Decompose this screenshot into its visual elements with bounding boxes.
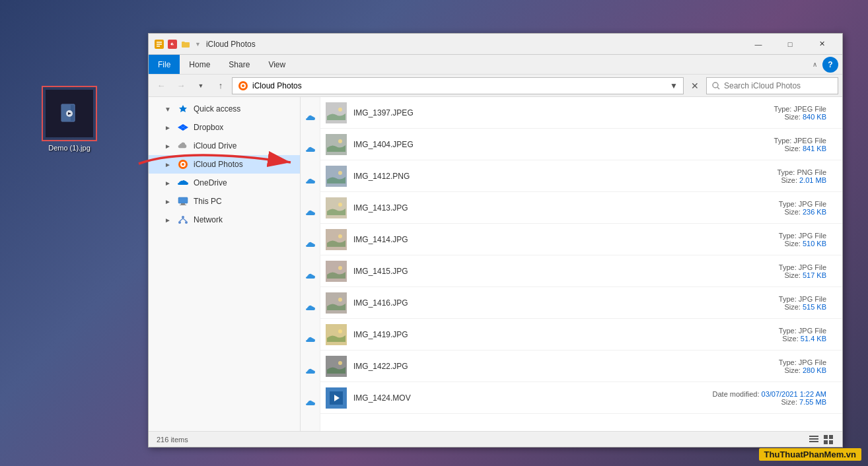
file-item[interactable]: IMG_1414.JPGType: JPG FileSize: 510 KB (320, 224, 842, 255)
minimize-button[interactable]: — (743, 34, 774, 55)
large-icons-view-icon[interactable] (822, 434, 834, 446)
file-type: Type: JPG File (705, 200, 826, 208)
file-item[interactable]: IMG_1397.JPEGType: JPEG FileSize: 840 KB (320, 97, 842, 129)
svg-line-11 (717, 87, 719, 89)
desktop-icon-label: Demo (1).jpg (48, 144, 90, 152)
file-name: IMG_1404.JPEG (353, 140, 698, 149)
sidebar-item-network[interactable]: ► Network (149, 211, 300, 229)
file-type: Type: JPEG File (705, 105, 826, 113)
file-size: Size: 51.4 KB (705, 335, 826, 343)
menu-share[interactable]: Share (219, 55, 259, 74)
file-meta: Type: JPEG FileSize: 841 KB (705, 137, 837, 152)
sync-icon-cell (301, 166, 320, 197)
sidebar-item-quick-access[interactable]: ▼ Quick access (149, 100, 300, 118)
sidebar-item-dropbox[interactable]: ► Dropbox (149, 118, 300, 137)
sidebar-item-onedrive[interactable]: ► OneDrive (149, 174, 300, 192)
file-meta: Type: JPG FileSize: 510 KB (705, 232, 837, 248)
cloud-sync-icon (306, 368, 315, 375)
svg-point-15 (182, 163, 184, 166)
file-item[interactable]: IMG_1413.JPGType: JPG FileSize: 236 KB (320, 192, 842, 224)
file-meta: Type: JPG FileSize: 517 KB (705, 263, 837, 279)
title-bar-icons: ▼ (154, 39, 202, 50)
menu-view[interactable]: View (259, 55, 295, 74)
desktop-icon-container: Demo (1).jpg (40, 86, 99, 152)
status-bar: 216 items (149, 431, 842, 447)
computer-icon (178, 196, 188, 207)
sync-icon-cell (301, 102, 320, 134)
window-title: iCloud Photos (206, 40, 743, 49)
file-name: IMG_1419.JPG (353, 330, 698, 339)
svg-point-41 (338, 361, 342, 365)
file-size: Size: 2.01 MB (705, 176, 826, 184)
help-button[interactable]: ? (822, 57, 838, 73)
file-thumbnail (326, 324, 347, 345)
menu-home[interactable]: Home (180, 55, 219, 74)
file-item[interactable]: IMG_1422.JPGType: JPG FileSize: 280 KB (320, 350, 842, 382)
file-size: Size: 840 KB (705, 113, 826, 121)
file-thumbnail (326, 166, 347, 187)
file-item[interactable]: IMG_1416.JPGType: JPG FileSize: 515 KB (320, 287, 842, 319)
svg-point-9 (242, 84, 244, 87)
sync-icon-cell (301, 134, 320, 166)
file-name: IMG_1422.JPG (353, 362, 698, 371)
address-path-text: iCloud Photos (252, 81, 302, 90)
expand-arrow: ► (164, 143, 172, 150)
address-clear-button[interactable]: ✕ (686, 77, 704, 94)
menu-file[interactable]: File (149, 55, 180, 74)
file-type: Type: JPG File (705, 263, 826, 271)
svg-rect-17 (181, 203, 185, 205)
cloud-sync-icon (306, 210, 315, 216)
sidebar-item-this-pc[interactable]: ► This PC (149, 192, 300, 211)
expand-arrow: ▼ (164, 106, 172, 113)
file-name: IMG_1397.JPEG (353, 108, 698, 117)
menu-chevron[interactable]: ∧ (807, 58, 822, 71)
file-size: Size: 515 KB (705, 303, 826, 311)
file-thumbnail (326, 134, 347, 155)
folder-icon[interactable] (180, 39, 191, 50)
cloud-sync-icon (306, 400, 315, 407)
file-item[interactable]: IMG_1415.JPGType: JPG FileSize: 517 KB (320, 255, 842, 287)
file-size: Size: 841 KB (705, 145, 826, 152)
sidebar-item-label: Dropbox (194, 123, 223, 132)
file-type: Type: JPG File (705, 232, 826, 240)
search-box[interactable] (706, 77, 838, 94)
recent-locations-button[interactable]: ▼ (192, 77, 209, 94)
title-controls: — □ ✕ (743, 34, 837, 55)
file-item[interactable]: IMG_1424.MOVDate modified: 03/07/2021 1:… (320, 382, 842, 414)
file-meta: Type: JPG FileSize: 515 KB (705, 295, 837, 311)
file-meta: Type: PNG FileSize: 2.01 MB (705, 168, 837, 184)
file-meta: Type: JPG FileSize: 51.4 KB (705, 327, 837, 343)
address-chevron[interactable]: ▼ (670, 81, 678, 90)
quick-access-icon[interactable] (154, 39, 164, 50)
forward-button[interactable]: → (172, 77, 190, 94)
up-button[interactable]: ↑ (212, 77, 229, 94)
status-view-icons (808, 434, 834, 446)
cloud-sync-icon (306, 273, 315, 280)
file-item[interactable]: IMG_1412.PNGType: PNG FileSize: 2.01 MB (320, 160, 842, 192)
undo-icon[interactable] (167, 39, 178, 50)
desktop-file-icon[interactable] (46, 90, 93, 137)
file-size: Size: 517 KB (705, 271, 826, 279)
maximize-button[interactable]: □ (775, 34, 805, 55)
sidebar-item-icloud-drive[interactable]: ► iCloud Drive (149, 137, 300, 155)
svg-rect-44 (809, 436, 818, 437)
file-thumbnail (326, 261, 347, 282)
file-item[interactable]: IMG_1404.JPEGType: JPEG FileSize: 841 KB (320, 129, 842, 160)
cloud-sync-icon (306, 115, 315, 121)
file-list: IMG_1397.JPEGType: JPEG FileSize: 840 KB… (320, 97, 842, 431)
close-button[interactable]: ✕ (807, 34, 837, 55)
file-thumbnail (326, 387, 347, 409)
back-button[interactable]: ← (153, 77, 170, 94)
sidebar-item-icloud-photos[interactable]: ► iCloud Photos (149, 155, 300, 174)
svg-point-33 (338, 234, 342, 238)
file-item[interactable]: IMG_1419.JPGType: JPG FileSize: 51.4 KB (320, 319, 842, 350)
main-content: ▼ Quick access ► Dropbox ► (149, 97, 842, 431)
search-input[interactable] (724, 81, 832, 90)
sync-column (301, 97, 320, 431)
address-path[interactable]: iCloud Photos ▼ (232, 77, 684, 94)
file-area: IMG_1397.JPEGType: JPEG FileSize: 840 KB… (301, 97, 842, 431)
details-view-icon[interactable] (808, 434, 820, 446)
cloud-sync-icon (306, 178, 315, 185)
desktop-icon-selection (42, 86, 97, 141)
file-thumbnail (326, 229, 347, 250)
